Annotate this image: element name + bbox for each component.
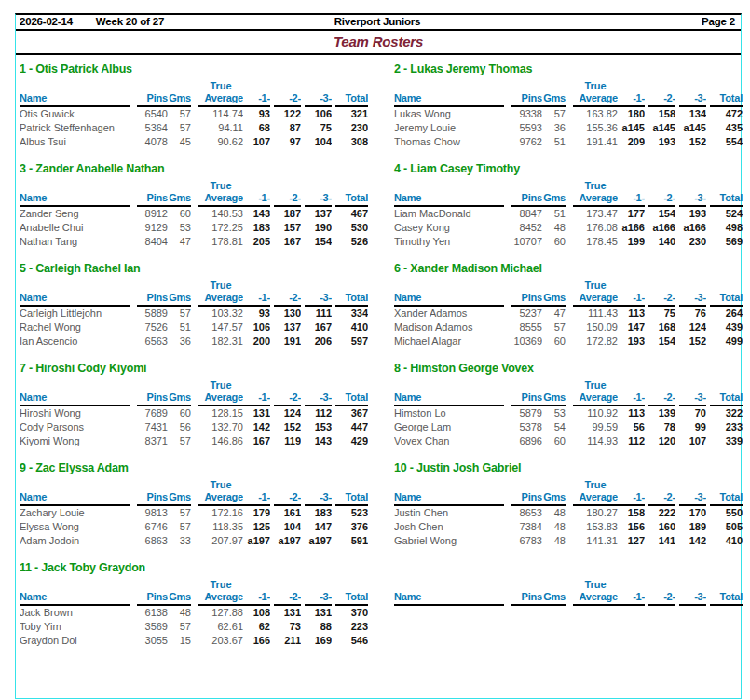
cell-game1: 200 [243, 335, 270, 349]
col-game2: -2- [648, 490, 675, 505]
cell-game2: 137 [274, 321, 301, 335]
cell-average: 191.41 [573, 135, 618, 149]
col-total: Total [335, 590, 368, 605]
true-label: True [198, 379, 243, 391]
spacer [191, 206, 198, 221]
cell-game2: 73 [274, 620, 301, 634]
cell-game2: 130 [274, 306, 301, 321]
player-row: Jack Brown613848127.88108131131370 [20, 605, 368, 620]
cell-game3: 170 [679, 505, 706, 520]
col-game1: -1- [243, 291, 270, 306]
cell-game2: 154 [648, 335, 675, 349]
col-average: Average [573, 590, 618, 605]
player-row: Patrick Steffenhagen53645794.11688775230 [20, 121, 368, 135]
true-label: True [198, 479, 243, 490]
cell-game2: 124 [274, 405, 301, 420]
cell-game2: 167 [274, 235, 301, 249]
cell-average: 182.31 [198, 335, 243, 349]
cell-gms: 48 [542, 520, 566, 534]
cell-game1: 147 [618, 321, 645, 335]
cell-pins: 7384 [511, 520, 542, 534]
cell-game1: a166 [618, 221, 645, 235]
cell-average: 62.61 [198, 620, 243, 634]
spacer [504, 106, 511, 121]
cell-gms: 45 [168, 135, 191, 149]
col-game3: -3- [679, 391, 706, 405]
cell-gms: 53 [168, 221, 191, 235]
cell-player-name: Timothy Yen [394, 235, 504, 249]
cell-player-name: Hiroshi Wong [20, 405, 130, 420]
col-pins: Pins [511, 391, 542, 405]
col-game1: -1- [243, 91, 270, 106]
spacer [566, 235, 573, 249]
cell-game1: 93 [243, 306, 270, 321]
true-label: True [198, 280, 243, 291]
col-pins: Pins [137, 490, 168, 505]
player-row: Xander Adamos523747111.431137576264 [394, 306, 743, 321]
cell-total: 410 [710, 534, 743, 548]
cell-player-name: Carleigh Littlejohn [20, 306, 130, 321]
cell-player-name: Patrick Steffenhagen [20, 121, 130, 135]
roster-table: True Name Pins Gms Average -1- -2- -3- [394, 379, 743, 448]
col-total: Total [710, 91, 743, 106]
col-total: Total [335, 191, 368, 206]
col-game3: -3- [305, 191, 332, 206]
cell-game3: 107 [679, 434, 706, 448]
cell-pins: 4078 [137, 135, 168, 149]
col-total: Total [335, 91, 368, 106]
col-game3: -3- [679, 91, 706, 106]
cell-average: 172.82 [573, 335, 618, 349]
cell-pins: 7431 [137, 420, 168, 434]
spacer [191, 420, 198, 434]
col-gms: Gms [168, 590, 191, 605]
col-gms: Gms [168, 91, 191, 106]
cell-game3: 167 [305, 321, 332, 335]
true-header-row: True [394, 80, 743, 91]
cell-game1: 112 [618, 434, 645, 448]
cell-game3: 206 [305, 335, 332, 349]
cell-game3: 111 [305, 306, 332, 321]
player-row: Kiyomi Wong837157146.86167119143429 [20, 434, 368, 448]
player-row: Michael Alagar1036960172.82193154152499 [394, 335, 743, 349]
col-game3: -3- [305, 490, 332, 505]
cell-pins: 10707 [511, 235, 542, 249]
col-average: Average [198, 490, 243, 505]
spacer [566, 306, 573, 321]
spacer [130, 434, 137, 448]
col-total: Total [335, 391, 368, 405]
player-row: Gabriel Wong678348141.31127141142410 [394, 534, 743, 548]
cell-pins: 8404 [137, 235, 168, 249]
col-game3: -3- [679, 590, 706, 605]
cell-average: 103.32 [198, 306, 243, 321]
player-row: Carleigh Littlejohn588957103.32931301113… [20, 306, 368, 321]
page-number: Page 2 [497, 16, 735, 27]
cell-player-name: Lukas Wong [394, 106, 504, 121]
cell-game2: 139 [648, 405, 675, 420]
cell-game1: 158 [618, 505, 645, 520]
cell-pins: 7689 [137, 405, 168, 420]
cell-game1: 56 [618, 420, 645, 434]
spacer [130, 520, 137, 534]
true-header-row: True [20, 479, 368, 490]
col-game3: -3- [679, 291, 706, 306]
cell-game1: 93 [243, 106, 270, 121]
spacer [191, 221, 198, 235]
cell-pins: 6783 [511, 534, 542, 548]
cell-total: 334 [335, 306, 368, 321]
player-row: Thomas Chow976251191.41209193152554 [394, 135, 743, 149]
cell-gms: 47 [542, 306, 566, 321]
cell-gms: 57 [542, 106, 566, 121]
cell-gms: 57 [168, 620, 191, 634]
team-title: 7 - Hiroshi Cody Kiyomi [20, 362, 368, 375]
roster-table: True Name Pins Gms Average -1- -2- -3- [20, 379, 368, 448]
cell-game1: 113 [618, 405, 645, 420]
cell-gms: 51 [542, 135, 566, 149]
cell-game1: 62 [243, 620, 270, 634]
cell-player-name: Ian Ascencio [20, 335, 130, 349]
player-row: Casey Kong845248176.08a166a166a166498 [394, 221, 743, 235]
column-header-row: Name Pins Gms Average -1- -2- -3- Total [20, 490, 368, 505]
cell-player-name: Michael Alagar [394, 335, 504, 349]
cell-total: 321 [335, 106, 368, 121]
col-pins: Pins [511, 291, 542, 306]
cell-gms: 57 [168, 505, 191, 520]
